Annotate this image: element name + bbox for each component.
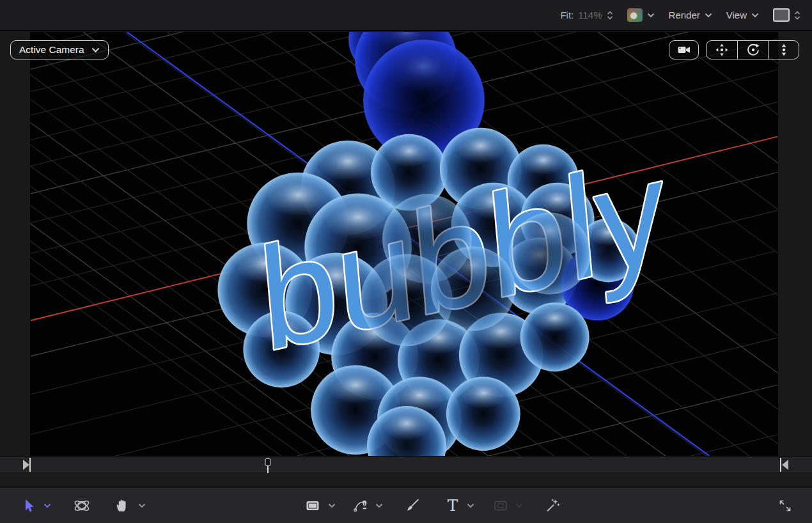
- camera-pan-button[interactable]: [707, 41, 737, 59]
- in-point-marker[interactable]: [29, 458, 31, 472]
- in-point-triangle-icon: [23, 460, 29, 470]
- bottom-toolbar: T: [0, 488, 812, 523]
- chevron-down-icon: [43, 503, 51, 508]
- paintbrush-icon: [405, 497, 421, 513]
- scene: bubbly: [30, 32, 778, 456]
- canvas-workspace: bubbly Active Camera: [0, 31, 812, 457]
- magic-wand-tool[interactable]: [545, 497, 561, 513]
- hand-icon: [115, 498, 130, 513]
- display-selector[interactable]: [773, 8, 800, 22]
- pan-hand-tool[interactable]: [115, 498, 130, 513]
- magic-wand-icon: [545, 497, 561, 513]
- bezier-pen-tool[interactable]: [353, 497, 369, 513]
- chevron-down-icon: [515, 503, 523, 508]
- timeline-scrubber[interactable]: [0, 457, 812, 473]
- text-tool-chevron[interactable]: [467, 503, 474, 508]
- zoom-stepper-icon[interactable]: [607, 11, 613, 20]
- bubble-highlight: [329, 370, 382, 403]
- grid-line: [735, 32, 778, 456]
- display-swatch-icon: [773, 8, 790, 22]
- bubble-highlight: [386, 138, 432, 168]
- video-camera-icon: [676, 42, 692, 58]
- bubble-highlight: [448, 251, 498, 283]
- bubble-highlight: [525, 217, 574, 248]
- camera-menu-button[interactable]: Active Camera: [10, 40, 109, 59]
- grid-line: [30, 32, 281, 456]
- pan-icon: [714, 42, 730, 58]
- text-tool-icon: T: [444, 497, 461, 514]
- camera-dolly-button[interactable]: [768, 41, 799, 59]
- 3d-orbit-icon: [74, 497, 90, 514]
- camera-orbit-button[interactable]: [737, 41, 768, 59]
- bubble-highlight: [320, 145, 377, 181]
- pen-icon: [353, 497, 369, 513]
- playhead[interactable]: [264, 457, 272, 474]
- fit-zoom-control[interactable]: Fit: 114%: [560, 10, 613, 20]
- zoom-value: 114%: [578, 10, 602, 20]
- motion-canvas-window: Fit: 114% Render View: [0, 0, 812, 523]
- select-tool-chevron[interactable]: [43, 503, 51, 508]
- shape-tool-chevron[interactable]: [328, 503, 336, 508]
- view-menu[interactable]: View: [726, 10, 759, 20]
- display-stepper-icon: [794, 11, 800, 20]
- expand-view-button[interactable]: [777, 498, 793, 513]
- expand-diagonal-icon: [777, 498, 793, 513]
- chevron-down-icon: [705, 13, 712, 18]
- out-point-marker[interactable]: [780, 458, 781, 472]
- camera-view-button[interactable]: [669, 40, 699, 59]
- render-menu[interactable]: Render: [669, 10, 712, 20]
- color-well-menu[interactable]: [627, 8, 655, 22]
- bubble-highlight: [383, 410, 430, 440]
- bubble-highlight: [461, 380, 505, 409]
- top-toolbar: Fit: 114% Render View: [0, 0, 812, 31]
- svg-text:T: T: [448, 497, 458, 514]
- camera-menu-label: Active Camera: [19, 44, 84, 56]
- chevron-down-icon: [328, 503, 336, 508]
- mask-icon: [492, 498, 509, 513]
- bubble-highlight: [456, 132, 505, 163]
- mask-tool-chevron[interactable]: [515, 503, 523, 508]
- rectangle-icon: [305, 498, 321, 513]
- bubble-highlight: [400, 199, 454, 233]
- chevron-down-icon: [751, 13, 759, 18]
- rectangle-shape-tool[interactable]: [305, 498, 321, 513]
- chevron-down-icon: [91, 47, 100, 53]
- render-menu-label: Render: [669, 10, 700, 20]
- text-tool[interactable]: T: [444, 497, 461, 514]
- pan-hand-tool-chevron[interactable]: [138, 503, 146, 508]
- bubble-highlight: [387, 45, 460, 91]
- mask-tool[interactable]: [492, 498, 509, 513]
- chevron-down-icon: [375, 503, 383, 508]
- canvas-3d-view[interactable]: bubbly: [30, 32, 778, 456]
- gradient-swatch-icon: [627, 8, 643, 22]
- out-point-triangle-icon: [782, 460, 788, 470]
- timeline-lower-strip: [0, 473, 812, 487]
- bubble-highlight: [379, 259, 434, 294]
- chevron-down-icon: [138, 503, 146, 508]
- view-menu-label: View: [726, 10, 747, 20]
- paintbrush-tool[interactable]: [405, 497, 421, 513]
- pen-tool-chevron[interactable]: [375, 503, 383, 508]
- camera-tools: [669, 40, 799, 59]
- orbit-icon: [746, 42, 761, 58]
- 3d-transform-tool[interactable]: [74, 497, 90, 514]
- chevron-down-icon: [467, 503, 474, 508]
- camera-move-group: [706, 40, 799, 59]
- dolly-icon: [776, 42, 792, 58]
- select-arrow-tool[interactable]: [22, 498, 36, 513]
- fit-label: Fit:: [560, 10, 574, 20]
- grid-line: [664, 32, 778, 456]
- cursor-arrow-icon: [22, 498, 36, 513]
- chevron-down-icon: [647, 13, 655, 18]
